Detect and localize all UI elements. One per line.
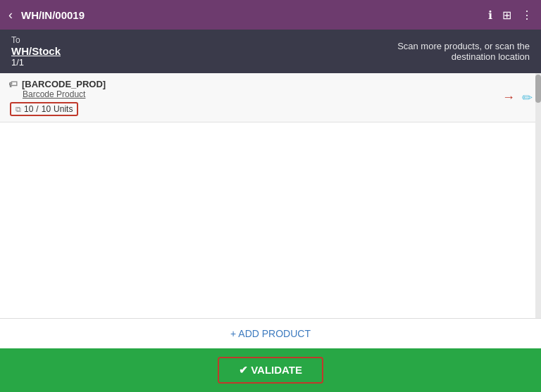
- validate-bar: ✔ VALIDATE: [0, 348, 541, 392]
- copy-icon: ⧉: [15, 105, 21, 114]
- to-label: To: [11, 35, 61, 45]
- product-barcode-line: 🏷 [BARCODE_PROD]: [8, 79, 533, 89]
- header-bar: To WH/Stock 1/1 Scan more products, or s…: [0, 30, 541, 73]
- quantity-separator: /: [36, 104, 38, 114]
- nav-icons-group: ℹ ⊞ ⋮: [488, 8, 533, 22]
- info-icon[interactable]: ℹ: [488, 8, 492, 22]
- menu-icon[interactable]: ⋮: [521, 8, 533, 22]
- add-product-button[interactable]: + ADD PRODUCT: [230, 328, 311, 339]
- row-actions: → ✏: [502, 90, 533, 106]
- quantity-total: 10: [42, 104, 51, 114]
- validate-button[interactable]: ✔ VALIDATE: [218, 357, 323, 384]
- quantity-badge: ⧉ 10 / 10 Units: [10, 102, 78, 116]
- back-button[interactable]: ‹: [8, 8, 13, 23]
- grid-icon[interactable]: ⊞: [502, 8, 511, 22]
- footer-add-product: + ADD PRODUCT: [0, 318, 541, 348]
- scan-message: Scan more products, or scan the destinat…: [361, 41, 530, 62]
- product-name[interactable]: Barcode Product: [23, 89, 533, 99]
- quantity-unit: Units: [54, 104, 73, 114]
- location-info: To WH/Stock 1/1: [11, 35, 61, 68]
- edit-icon[interactable]: ✏: [522, 90, 533, 106]
- scrollbar-track[interactable]: [535, 73, 541, 318]
- product-row: 🏷 [BARCODE_PROD] Barcode Product ⧉ 10 / …: [0, 73, 541, 122]
- main-content: 🏷 [BARCODE_PROD] Barcode Product ⧉ 10 / …: [0, 73, 541, 348]
- document-title: WH/IN/00019: [21, 9, 488, 21]
- barcode-id: [BARCODE_PROD]: [22, 79, 106, 89]
- back-icon: ‹: [8, 8, 13, 23]
- quantity-line: ⧉ 10 / 10 Units: [10, 102, 533, 116]
- product-info: 🏷 [BARCODE_PROD] Barcode Product ⧉ 10 / …: [8, 79, 533, 116]
- product-list: 🏷 [BARCODE_PROD] Barcode Product ⧉ 10 / …: [0, 73, 541, 318]
- step-count: 1/1: [11, 57, 61, 68]
- destination-location[interactable]: WH/Stock: [11, 45, 61, 57]
- scrollbar-thumb[interactable]: [535, 75, 541, 103]
- product-header: 🏷 [BARCODE_PROD] Barcode Product ⧉ 10 / …: [8, 79, 533, 116]
- tag-icon: 🏷: [8, 79, 18, 89]
- transfer-arrow-icon: →: [502, 90, 515, 105]
- top-nav-bar: ‹ WH/IN/00019 ℹ ⊞ ⋮: [0, 0, 541, 30]
- quantity-done: 10: [24, 104, 33, 114]
